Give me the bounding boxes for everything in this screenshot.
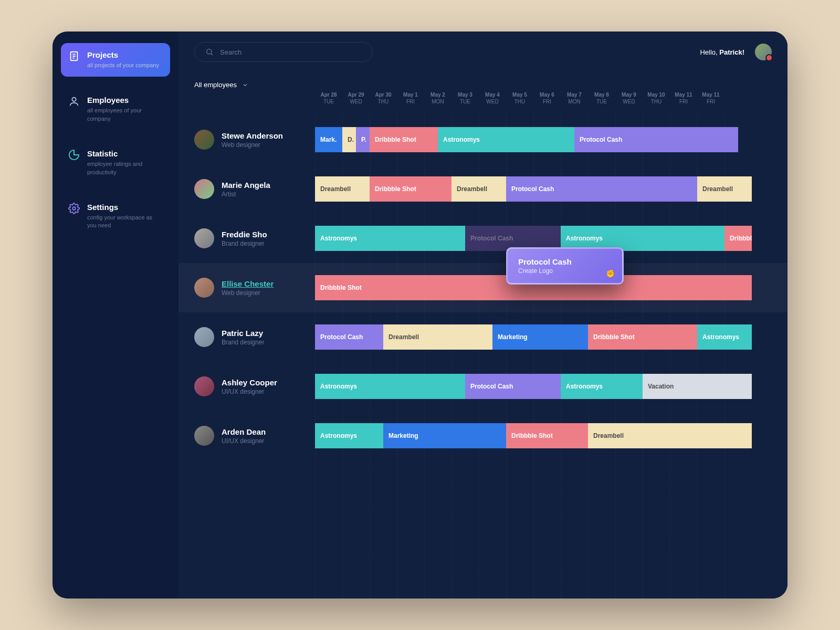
- employee-role: UI/UX designer: [222, 437, 266, 445]
- nav-title: Employees: [87, 96, 163, 104]
- task-bar[interactable]: Dribbble Shot: [370, 176, 452, 202]
- employee-avatar: [194, 376, 214, 396]
- sidebar: Projectsall projects of your companyEmpl…: [52, 32, 178, 598]
- date-column: Apr 30THU: [370, 89, 397, 115]
- svg-point-6: [207, 49, 212, 54]
- svg-line-7: [211, 54, 213, 55]
- task-track: Mark.D.P.Dribbble ShotAstronomysProtocol…: [315, 127, 788, 152]
- nav-subtitle: all projects of your company: [87, 61, 163, 69]
- employee-cell[interactable]: Stewe AndersonWeb designer: [178, 130, 315, 150]
- date-column: Apr 28TUE: [315, 89, 342, 115]
- employee-row: Ashley CooperUI/UX designerAstronomysPro…: [178, 362, 788, 411]
- search-icon: [205, 48, 214, 56]
- date-column: May 8TUE: [588, 89, 615, 115]
- date-column: May 11FRI: [670, 89, 697, 115]
- date-column: May 1FRI: [397, 89, 424, 115]
- employee-role: Brand designer: [222, 240, 267, 247]
- employee-name: Ashley Cooper: [222, 378, 277, 387]
- employee-avatar: [194, 278, 214, 298]
- search-input[interactable]: [220, 48, 362, 56]
- task-bar[interactable]: D.: [342, 127, 356, 152]
- employee-cell[interactable]: Freddie ShoBrand designer: [178, 228, 315, 248]
- doc-icon: [68, 50, 80, 62]
- user-avatar[interactable]: [755, 44, 772, 60]
- employee-cell[interactable]: Patric LazyBrand designer: [178, 327, 315, 347]
- greeting: Hello, Patrick!: [700, 48, 744, 56]
- task-bar[interactable]: Mark.: [315, 127, 342, 152]
- task-bar[interactable]: Dreambell: [383, 324, 492, 350]
- task-bar[interactable]: Protocol Cash: [574, 127, 738, 152]
- employee-role: UI/UX designer: [222, 388, 277, 395]
- task-bar[interactable]: Dribbble Shot: [724, 226, 752, 251]
- timeline-rows: Stewe AndersonWeb designerMark.D.P.Dribb…: [178, 115, 788, 598]
- date-column: May 4WED: [479, 89, 506, 115]
- employee-name: Ellise Chester: [222, 279, 274, 288]
- task-bar[interactable]: Dreambell: [315, 176, 370, 202]
- employee-name: Marie Angela: [222, 181, 270, 190]
- nav-title: Statistic: [87, 149, 163, 158]
- employee-row: Marie AngelaArtistDreambellDribbble Shot…: [178, 164, 788, 214]
- grab-cursor-icon: ✊: [606, 269, 615, 278]
- timeline: Apr 28TUEApr 29WEDApr 30THUMay 1FRIMay 2…: [178, 89, 788, 598]
- task-bar[interactable]: Marketing: [492, 324, 588, 350]
- task-bar[interactable]: Dreambell: [452, 176, 506, 202]
- users-icon: [68, 96, 80, 107]
- employee-row: Ellise ChesterWeb designerDribbble Shot: [178, 263, 788, 312]
- task-bar[interactable]: P.: [356, 127, 370, 152]
- employee-cell[interactable]: Marie AngelaArtist: [178, 179, 315, 199]
- date-column: Apr 29WED: [342, 89, 370, 115]
- employee-filter-dropdown[interactable]: All employees: [194, 81, 248, 89]
- task-bar[interactable]: Dribbble Shot: [370, 127, 438, 152]
- task-track: Protocol CashDreambellMarketingDribbble …: [315, 324, 788, 350]
- date-column: May 6FRI: [533, 89, 561, 115]
- task-bar[interactable]: Astronomys: [315, 374, 465, 399]
- employee-row: Freddie ShoBrand designerAstronomysProto…: [178, 214, 788, 263]
- svg-point-5: [72, 207, 76, 210]
- employee-role: Brand designer: [222, 339, 264, 346]
- task-bar[interactable]: Dribbble Shot: [506, 423, 588, 448]
- task-detail-card[interactable]: Protocol CashCreate Logo✊: [506, 247, 624, 285]
- nav-item-statistic[interactable]: Statisticemployee ratings and productivi…: [61, 142, 170, 184]
- task-bar[interactable]: Protocol Cash: [315, 324, 383, 350]
- employee-name: Stewe Anderson: [222, 131, 283, 140]
- employee-row: Arden DeanUI/UX designerAstronomysMarket…: [178, 411, 788, 460]
- employee-name: Arden Dean: [222, 427, 266, 436]
- date-header: Apr 28TUEApr 29WEDApr 30THUMay 1FRIMay 2…: [178, 89, 788, 115]
- date-column: May 7MON: [561, 89, 588, 115]
- employee-role: Web designer: [222, 289, 274, 297]
- task-bar[interactable]: Dreambell: [588, 423, 752, 448]
- task-bar[interactable]: Dribbble Shot: [588, 324, 697, 350]
- employee-cell[interactable]: Ashley CooperUI/UX designer: [178, 376, 315, 396]
- main-area: Hello, Patrick! All employees Apr 28TUEA…: [178, 32, 788, 598]
- chevron-down-icon: [242, 82, 248, 88]
- nav-subtitle: employee ratings and productivity: [87, 160, 163, 176]
- nav-subtitle: config your workspace as you need: [87, 214, 163, 230]
- task-bar[interactable]: Astronomys: [315, 423, 383, 448]
- task-bar[interactable]: Protocol Cash: [465, 374, 561, 399]
- controls-bar: All employees: [178, 72, 788, 89]
- employee-row: Patric LazyBrand designerProtocol CashDr…: [178, 312, 788, 362]
- task-bar[interactable]: Protocol Cash: [506, 176, 697, 202]
- date-column: May 9WED: [615, 89, 643, 115]
- task-track: AstronomysMarketingDribbble ShotDreambel…: [315, 423, 788, 448]
- nav-item-settings[interactable]: Settingsconfig your workspace as you nee…: [61, 195, 170, 237]
- task-bar[interactable]: Astronomys: [438, 127, 574, 152]
- gear-icon: [68, 203, 80, 214]
- task-bar[interactable]: Astronomys: [697, 324, 752, 350]
- task-bar[interactable]: Marketing: [383, 423, 506, 448]
- nav-item-projects[interactable]: Projectsall projects of your company: [61, 43, 170, 77]
- employee-role: Artist: [222, 191, 270, 198]
- nav-item-employees[interactable]: Employeesall employees of your company: [61, 88, 170, 130]
- employee-cell[interactable]: Ellise ChesterWeb designer: [178, 278, 315, 298]
- date-column: May 5THU: [506, 89, 533, 115]
- task-bar[interactable]: Astronomys: [315, 226, 465, 251]
- task-bar[interactable]: Astronomys: [561, 374, 643, 399]
- employee-avatar: [194, 228, 214, 248]
- task-bar[interactable]: Vacation: [643, 374, 752, 399]
- employee-avatar: [194, 426, 214, 446]
- task-bar[interactable]: Dreambell: [697, 176, 752, 202]
- search-box[interactable]: [194, 42, 373, 62]
- nav-title: Settings: [87, 203, 163, 212]
- employee-avatar: [194, 130, 214, 150]
- employee-cell[interactable]: Arden DeanUI/UX designer: [178, 426, 315, 446]
